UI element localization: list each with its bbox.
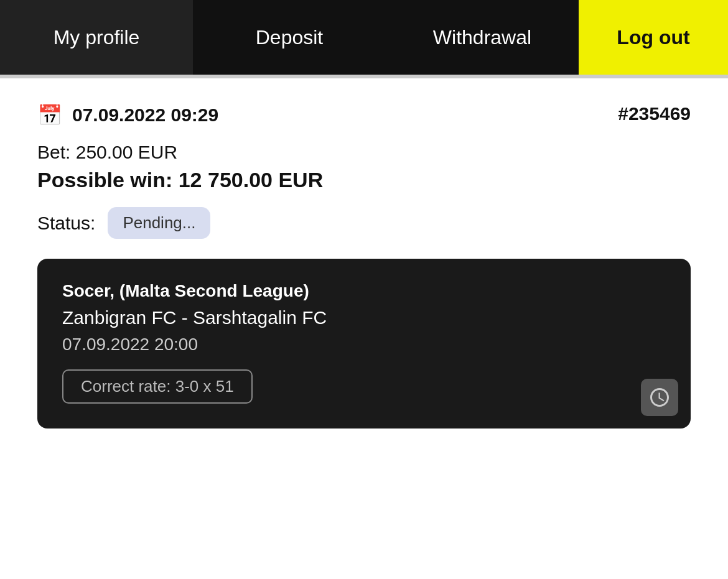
main-content: 📅 07.09.2022 09:29 #235469 Bet: 250.00 E… <box>0 78 728 453</box>
nav-bar: My profile Deposit Withdrawal Log out <box>0 0 728 75</box>
match-bet-type: Correct rate: 3-0 x 51 <box>62 369 253 404</box>
nav-item-my-profile[interactable]: My profile <box>0 0 193 75</box>
nav-item-deposit[interactable]: Deposit <box>193 0 386 75</box>
calendar-icon: 📅 <box>37 103 62 127</box>
logout-button[interactable]: Log out <box>579 0 728 75</box>
bet-info: Bet: 250.00 EUR Possible win: 12 750.00 … <box>37 142 691 192</box>
clock-icon <box>648 386 671 409</box>
bet-datetime-value: 07.09.2022 09:29 <box>72 104 218 126</box>
match-teams: Zanbigran FC - Sarshtagalin FC <box>62 307 666 328</box>
status-badge: Pending... <box>108 207 210 239</box>
status-row: Status: Pending... <box>37 207 691 239</box>
match-date: 07.09.2022 20:00 <box>62 335 666 354</box>
bet-id: #235469 <box>618 103 691 124</box>
possible-win: Possible win: 12 750.00 EUR <box>37 168 691 192</box>
nav-item-withdrawal[interactable]: Withdrawal <box>386 0 579 75</box>
clock-button[interactable] <box>641 379 678 416</box>
bet-datetime: 📅 07.09.2022 09:29 <box>37 103 218 127</box>
match-sport: Socer, (Malta Second League) <box>62 281 666 301</box>
match-card: Socer, (Malta Second League) Zanbigran F… <box>37 259 691 428</box>
status-label: Status: <box>37 213 95 234</box>
bet-header: 📅 07.09.2022 09:29 #235469 <box>37 103 691 127</box>
bet-amount: Bet: 250.00 EUR <box>37 142 691 163</box>
